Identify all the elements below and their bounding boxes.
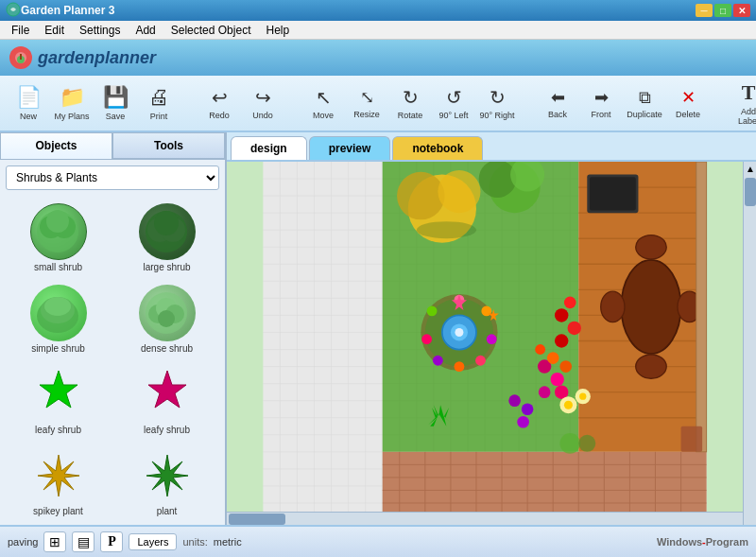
close-button[interactable]: ✕ [733, 4, 750, 17]
view-tabs: design preview notebook [227, 132, 756, 162]
print-button[interactable]: 🖨 Print [138, 78, 180, 128]
resize-label: Resize [353, 110, 380, 119]
undo-label: Undo [252, 111, 273, 120]
duplicate-button[interactable]: ⧉ Duplicate [624, 78, 665, 128]
watermark: Windows-Program [657, 536, 748, 548]
tab-tools[interactable]: Tools [112, 132, 225, 159]
add-label-button[interactable]: T Add Label [728, 78, 756, 128]
svg-marker-23 [38, 455, 79, 496]
menu-settings[interactable]: Settings [72, 22, 128, 39]
small-shrub-label: small shrub [34, 262, 82, 272]
new-icon: 📄 [16, 85, 42, 110]
svg-point-139 [555, 308, 568, 322]
front-button[interactable]: ➡ Front [580, 78, 622, 128]
svg-point-141 [555, 334, 568, 347]
scroll-up-button[interactable]: ▲ [744, 162, 756, 176]
svg-point-140 [568, 322, 581, 335]
undo-icon: ↪ [255, 86, 271, 109]
resize-button[interactable]: ⤡ Resize [346, 78, 387, 128]
toolbar-transform-group: ↖ Move ⤡ Resize ↻ Rotate ↺ 90° Left ↻ 90… [299, 78, 522, 128]
dense-shrub-label: dense shrub [141, 343, 193, 354]
plant-item-leafy-shrub-1[interactable]: leafy shrub [6, 362, 111, 440]
svg-point-20 [158, 310, 175, 327]
svg-rect-116 [696, 162, 707, 452]
horizontal-scrollbar-thumb[interactable] [229, 513, 285, 525]
save-icon: 💾 [103, 85, 129, 110]
statusbar: paving ⊞ ▤ P Layers units: metric Window… [0, 525, 756, 557]
print-label: Print [150, 112, 168, 121]
new-button[interactable]: 📄 New [8, 78, 49, 128]
units-value: metric [214, 536, 242, 548]
leafy-shrub-1-label: leafy shrub [35, 425, 81, 435]
duplicate-label: Duplicate [627, 110, 662, 119]
garden-canvas[interactable]: ▲ [227, 162, 756, 525]
menu-selected-object[interactable]: Selected Object [163, 22, 259, 39]
svg-point-154 [547, 352, 559, 364]
my-plans-button[interactable]: 📁 My Plans [51, 78, 93, 128]
save-button[interactable]: 💾 Save [94, 78, 136, 128]
menubar: File Edit Settings Add Selected Object H… [0, 21, 756, 40]
vertical-scrollbar[interactable]: ▲ [743, 162, 756, 525]
plant-icon [139, 447, 196, 504]
grid-toggle-button[interactable]: ⊞ [43, 531, 66, 552]
layers-button[interactable]: Layers [129, 533, 177, 550]
plant-item-small-shrub[interactable]: small shrub [6, 200, 111, 277]
toolbar-history-group: ↩ Redo ↪ Undo [195, 78, 287, 128]
toolbar: 📄 New 📁 My Plans 💾 Save 🖨 Print ↩ Redo ↪… [0, 76, 756, 132]
menu-file[interactable]: File [4, 22, 37, 39]
garden-view [227, 162, 743, 512]
tab-design[interactable]: design [231, 136, 307, 160]
simple-shrub-label: simple shrub [31, 343, 85, 354]
maximize-button[interactable]: □ [714, 4, 731, 17]
front-label: Front [591, 110, 610, 119]
toolbar-file-group: 📄 New 📁 My Plans 💾 Save 🖨 Print [4, 78, 183, 128]
tab-objects[interactable]: Objects [0, 132, 112, 159]
delete-button[interactable]: ✕ Delete [667, 78, 709, 128]
save-label: Save [106, 112, 126, 121]
right-area: design preview notebook [227, 132, 756, 525]
duplicate-icon: ⧉ [639, 88, 651, 108]
titlebar-controls: ─ □ ✕ [696, 4, 750, 17]
horizontal-scrollbar[interactable] [227, 512, 743, 525]
rotate-left-button[interactable]: ↺ 90° Left [433, 78, 474, 128]
dense-shrub-icon [139, 285, 196, 341]
snap-toggle-button[interactable]: P [100, 531, 123, 552]
tab-preview[interactable]: preview [309, 136, 391, 160]
svg-rect-4 [20, 54, 22, 60]
menu-edit[interactable]: Edit [37, 22, 72, 39]
redo-button[interactable]: ↩ Redo [198, 78, 240, 128]
plant-item-spikey-plant[interactable]: spikey plant [6, 444, 111, 521]
plant-item-simple-shrub[interactable]: simple shrub [6, 281, 111, 358]
plant-item-plant[interactable]: plant [114, 444, 219, 521]
tab-notebook[interactable]: notebook [392, 136, 483, 160]
main-area: Objects Tools Shrubs & Plants Trees Flow… [0, 132, 756, 525]
menu-help[interactable]: Help [258, 22, 297, 39]
svg-point-113 [636, 355, 666, 378]
svg-point-160 [578, 435, 595, 452]
titlebar-title: Garden Planner 3 [21, 4, 114, 17]
menu-add[interactable]: Add [128, 22, 163, 39]
svg-point-142 [564, 297, 576, 309]
rotate-button[interactable]: ↻ Rotate [389, 78, 431, 128]
toolbar-extras-group: T Add Label 🌱 Add Veg. Bed ◑ Shadows [724, 78, 756, 128]
undo-button[interactable]: ↪ Undo [242, 78, 284, 128]
rotate-left-icon: ↺ [446, 86, 462, 109]
svg-marker-21 [40, 371, 77, 408]
category-select[interactable]: Shrubs & Plants Trees Flowers Vegetables… [6, 165, 219, 190]
ruler-toggle-button[interactable]: ▤ [72, 531, 94, 552]
back-button[interactable]: ⬅ Back [537, 78, 578, 128]
svg-marker-22 [148, 371, 186, 408]
plant-item-dense-shrub[interactable]: dense shrub [114, 281, 219, 358]
svg-point-12 [154, 211, 179, 235]
minimize-button[interactable]: ─ [696, 4, 713, 17]
header: gardenplanner [0, 40, 756, 76]
titlebar-icon [6, 2, 21, 20]
move-button[interactable]: ↖ Move [302, 78, 344, 128]
svg-point-15 [44, 297, 71, 316]
plant-item-large-shrub[interactable]: large shrub [114, 200, 219, 277]
plant-item-leafy-shrub-2[interactable]: leafy shrub [114, 362, 219, 440]
rotate-right-button[interactable]: ↻ 90° Right [476, 78, 518, 128]
vertical-scrollbar-thumb[interactable] [745, 178, 756, 206]
plant-label: plant [157, 506, 178, 516]
location-label: paving [8, 536, 38, 548]
